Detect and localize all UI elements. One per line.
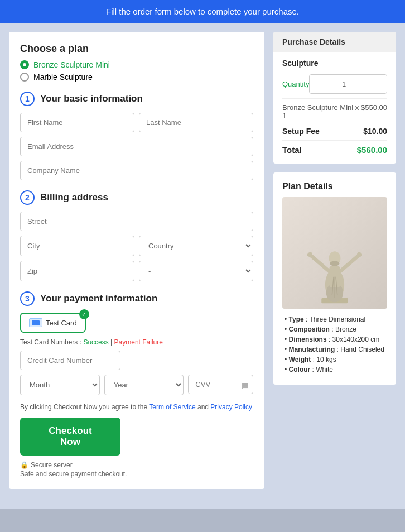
plan-details-title: Plan Details bbox=[282, 181, 387, 191]
purchase-details-header: Purchase Details bbox=[273, 32, 396, 52]
radio-bronze[interactable] bbox=[20, 60, 29, 69]
test-card-numbers: Test Card Numbers : Success | Payment Fa… bbox=[20, 338, 253, 346]
section-number-1: 1 bbox=[20, 92, 35, 106]
item-price: $550.00 bbox=[361, 103, 387, 120]
secure-label: Secure server bbox=[31, 461, 73, 469]
statue-image bbox=[282, 197, 387, 309]
tos-link[interactable]: Term of Service bbox=[149, 403, 195, 411]
plan-info-type: Type : Three Dimensional bbox=[282, 315, 387, 323]
setup-fee-price: $10.00 bbox=[363, 127, 387, 136]
left-panel: Choose a plan Bronze Sculpture Mini Marb… bbox=[9, 32, 264, 489]
plan-marble-label: Marble Sculpture bbox=[33, 73, 93, 82]
payment-title: Your payment information bbox=[40, 293, 157, 304]
billing-title: Billing address bbox=[40, 192, 108, 203]
email-input[interactable] bbox=[20, 137, 253, 156]
test-card-label: Test Card Numbers : bbox=[20, 338, 81, 346]
total-row: Total $560.00 bbox=[282, 140, 387, 155]
failure-link[interactable]: Payment Failure bbox=[114, 338, 163, 346]
year-select[interactable]: Year 2024202520262027 202820292030 bbox=[104, 375, 184, 395]
svg-line-8 bbox=[340, 256, 359, 272]
zip-input[interactable] bbox=[20, 261, 134, 281]
secure-lock-line: 🔒 Secure server bbox=[20, 461, 253, 469]
card-icon-inner bbox=[32, 320, 40, 325]
checkout-button[interactable]: Checkout Now bbox=[20, 418, 120, 456]
payment-header: 3 Your payment information bbox=[20, 291, 253, 306]
total-label: Total bbox=[282, 145, 302, 155]
state-select[interactable]: - bbox=[139, 261, 253, 281]
last-name-input[interactable] bbox=[139, 113, 253, 132]
terms-and: and bbox=[197, 403, 209, 411]
company-row bbox=[20, 161, 253, 180]
city-country-row: Country United States United Kingdom Can… bbox=[20, 236, 253, 256]
plan-option-bronze[interactable]: Bronze Sculpture Mini bbox=[20, 60, 253, 69]
top-banner: Fill the order form below to complete yo… bbox=[0, 0, 405, 23]
privacy-link[interactable]: Privacy Policy bbox=[210, 403, 252, 411]
test-card-option[interactable]: Test Card ✓ bbox=[20, 313, 86, 333]
street-row bbox=[20, 212, 253, 231]
card-icon bbox=[29, 318, 42, 327]
secure-info: 🔒 Secure server Safe and secure payment … bbox=[20, 461, 253, 478]
banner-text: Fill the order form below to complete yo… bbox=[106, 7, 299, 16]
plan-info-colour: Colour : White bbox=[282, 366, 387, 373]
email-row bbox=[20, 137, 253, 156]
choose-plan-title: Choose a plan bbox=[20, 43, 253, 55]
street-input[interactable] bbox=[20, 212, 253, 231]
purchase-details-box: Purchase Details Sculpture Quantity Bron… bbox=[273, 32, 396, 164]
section-number-2: 2 bbox=[20, 190, 35, 205]
plan-option-marble[interactable]: Marble Sculpture bbox=[20, 73, 253, 82]
basic-info-title: Your basic information bbox=[40, 93, 143, 104]
billing-header: 2 Billing address bbox=[20, 190, 253, 205]
basic-info-header: 1 Your basic information bbox=[20, 92, 253, 106]
setup-fee-label: Setup Fee bbox=[282, 127, 320, 136]
plan-bronze-label: Bronze Sculpture Mini bbox=[33, 60, 110, 69]
radio-marble[interactable] bbox=[20, 73, 29, 82]
credit-card-input[interactable] bbox=[20, 351, 120, 370]
first-name-input[interactable] bbox=[20, 113, 134, 132]
statue-svg bbox=[303, 200, 367, 306]
secure-sub: Safe and secure payment checkout. bbox=[20, 470, 253, 478]
total-price: $560.00 bbox=[357, 145, 387, 155]
credit-card-row bbox=[20, 351, 253, 370]
cvv-card-icon: ▤ bbox=[242, 381, 249, 390]
plan-info-weight: Weight : 10 kgs bbox=[282, 356, 387, 363]
item-label: Bronze Sculpture Mini x 1 bbox=[282, 103, 361, 120]
card-label: Test Card bbox=[46, 319, 77, 327]
card-check-icon: ✓ bbox=[79, 309, 89, 319]
sculpture-label: Sculpture bbox=[282, 59, 387, 68]
success-link[interactable]: Success bbox=[83, 338, 108, 346]
plan-details-box: Plan Details bbox=[273, 172, 396, 385]
country-select[interactable]: Country United States United Kingdom Can… bbox=[139, 236, 253, 256]
lock-icon: 🔒 bbox=[20, 461, 28, 469]
quantity-input[interactable] bbox=[309, 74, 387, 94]
name-row bbox=[20, 113, 253, 132]
quantity-label: Quantity bbox=[282, 80, 309, 88]
month-select[interactable]: Month 01020304 05060708 09101112 bbox=[20, 375, 100, 395]
company-input[interactable] bbox=[20, 161, 253, 180]
plan-info-dimensions: Dimensions : 30x140x200 cm bbox=[282, 336, 387, 343]
svg-line-6 bbox=[311, 256, 329, 272]
plan-info-manufacturing: Manufacturing : Hand Chiseled bbox=[282, 346, 387, 353]
city-input[interactable] bbox=[20, 236, 134, 256]
setup-fee-row: Setup Fee $10.00 bbox=[282, 124, 387, 136]
plan-info-composition: Composition : Bronze bbox=[282, 325, 387, 333]
cvv-wrapper: ▤ bbox=[188, 375, 253, 395]
quantity-row: Quantity bbox=[282, 74, 387, 94]
terms-text: By clicking Checkout Now you agree to th… bbox=[20, 403, 253, 411]
svg-point-5 bbox=[330, 261, 339, 266]
card-selector: Test Card ✓ bbox=[20, 313, 253, 333]
cvv-row: Month 01020304 05060708 09101112 Year 20… bbox=[20, 375, 253, 395]
terms-before: By clicking Checkout Now you agree to th… bbox=[20, 403, 147, 411]
right-panel: Purchase Details Sculpture Quantity Bron… bbox=[273, 32, 396, 489]
plan-info-list: Type : Three Dimensional Composition : B… bbox=[282, 315, 387, 373]
zip-state-row: - bbox=[20, 261, 253, 281]
item-row: Bronze Sculpture Mini x 1 $550.00 bbox=[282, 103, 387, 120]
section-number-3: 3 bbox=[20, 291, 35, 306]
